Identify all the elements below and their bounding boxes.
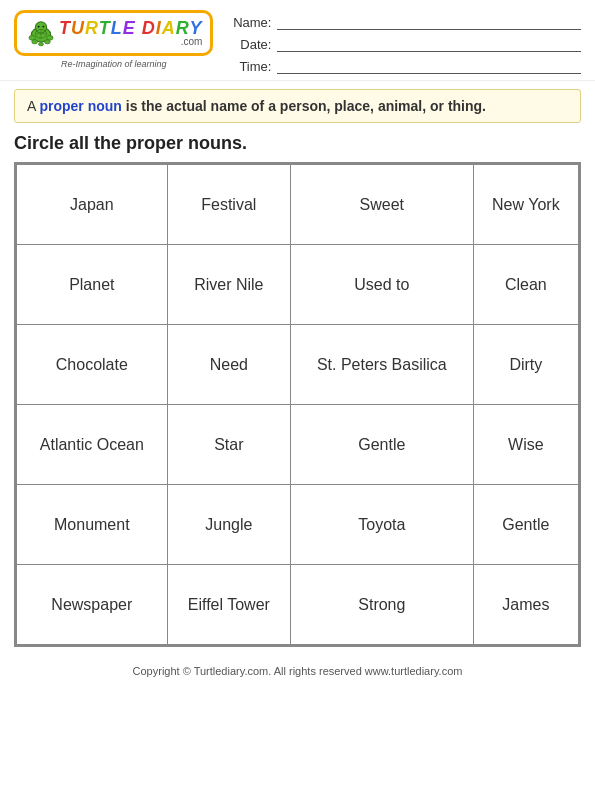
- svg-point-6: [39, 43, 44, 46]
- name-row: Name:: [229, 14, 581, 30]
- date-input-line[interactable]: [277, 36, 581, 52]
- table-cell[interactable]: Japan: [17, 165, 168, 245]
- table-cell[interactable]: Eiffel Tower: [167, 565, 290, 645]
- table-cell[interactable]: James: [473, 565, 578, 645]
- table-cell[interactable]: Strong: [290, 565, 473, 645]
- table-cell[interactable]: Clean: [473, 245, 578, 325]
- time-input-line[interactable]: [277, 58, 581, 74]
- definition-prefix: A: [27, 98, 39, 114]
- turtle-icon: [25, 17, 57, 49]
- svg-point-5: [45, 40, 51, 44]
- table-cell[interactable]: Sweet: [290, 165, 473, 245]
- logo-com: .com: [59, 36, 202, 47]
- date-row: Date:: [229, 36, 581, 52]
- table-cell[interactable]: New York: [473, 165, 578, 245]
- definition-suffix: is the actual name of a person, place, a…: [122, 98, 486, 114]
- grid-container: JapanFestivalSweetNew YorkPlanetRiver Ni…: [14, 162, 581, 647]
- footer: Copyright © Turtlediary.com. All rights …: [0, 655, 595, 683]
- table-cell[interactable]: Newspaper: [17, 565, 168, 645]
- table-cell[interactable]: Festival: [167, 165, 290, 245]
- logo-text: TURTLE DIARY .com: [59, 19, 202, 48]
- table-cell[interactable]: Monument: [17, 485, 168, 565]
- table-cell[interactable]: Chocolate: [17, 325, 168, 405]
- table-cell[interactable]: Toyota: [290, 485, 473, 565]
- table-cell[interactable]: Gentle: [473, 485, 578, 565]
- svg-point-4: [32, 40, 38, 44]
- header: TURTLE DIARY .com Re-Imagination of lear…: [0, 0, 595, 81]
- proper-nouns-table: JapanFestivalSweetNew YorkPlanetRiver Ni…: [16, 164, 579, 645]
- table-cell[interactable]: Dirty: [473, 325, 578, 405]
- time-row: Time:: [229, 58, 581, 74]
- name-label: Name:: [229, 15, 271, 30]
- logo-tagline: Re-Imagination of learning: [61, 59, 167, 69]
- table-cell[interactable]: Used to: [290, 245, 473, 325]
- date-label: Date:: [229, 37, 271, 52]
- table-cell[interactable]: Star: [167, 405, 290, 485]
- time-label: Time:: [229, 59, 271, 74]
- definition-box: A proper noun is the actual name of a pe…: [14, 89, 581, 123]
- svg-point-7: [38, 26, 40, 28]
- proper-noun-term: proper noun: [39, 98, 121, 114]
- table-cell[interactable]: Jungle: [167, 485, 290, 565]
- table-cell[interactable]: Wise: [473, 405, 578, 485]
- logo: TURTLE DIARY .com: [14, 10, 213, 56]
- svg-point-8: [42, 26, 44, 28]
- table-cell[interactable]: St. Peters Basilica: [290, 325, 473, 405]
- table-cell[interactable]: Gentle: [290, 405, 473, 485]
- logo-box: TURTLE DIARY .com Re-Imagination of lear…: [14, 10, 213, 69]
- name-input-line[interactable]: [277, 14, 581, 30]
- table-cell[interactable]: Atlantic Ocean: [17, 405, 168, 485]
- form-fields: Name: Date: Time:: [229, 10, 581, 74]
- table-cell[interactable]: River Nile: [167, 245, 290, 325]
- table-cell[interactable]: Need: [167, 325, 290, 405]
- table-cell[interactable]: Planet: [17, 245, 168, 325]
- instruction-text: Circle all the proper nouns.: [14, 133, 581, 154]
